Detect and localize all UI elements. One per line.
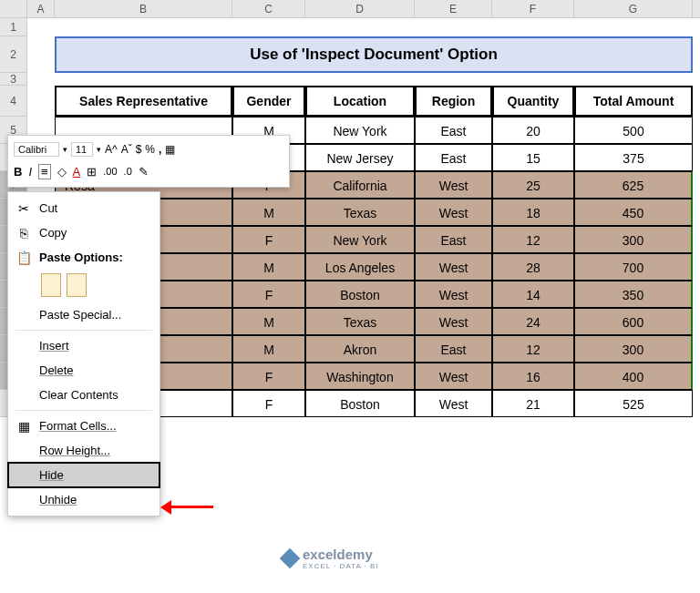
ctx-paste-special[interactable]: Paste Special... [8, 302, 160, 327]
col-e[interactable]: E [415, 0, 492, 17]
cell-location[interactable]: New York [305, 226, 415, 253]
font-size[interactable]: 11 [71, 142, 93, 157]
ctx-insert[interactable]: Insert [8, 333, 160, 358]
ctx-clear[interactable]: Clear Contents [8, 383, 160, 407]
ctx-hide[interactable]: Hide [8, 463, 160, 487]
cell-gender[interactable]: F [232, 390, 305, 417]
col-a[interactable]: A [27, 0, 55, 17]
fill-color-icon[interactable]: ◇ [57, 165, 67, 179]
cell-gender[interactable]: M [232, 253, 305, 281]
italic-icon[interactable]: I [28, 165, 32, 179]
cell-qty[interactable]: 20 [492, 117, 574, 144]
cell-region[interactable]: West [415, 390, 492, 417]
format-painter-icon[interactable]: ✎ [139, 165, 149, 179]
cell-location[interactable]: Texas [305, 199, 415, 226]
logo: exceldemyEXCEL · DATA · BI [283, 547, 379, 570]
paste-option-2-icon[interactable] [67, 273, 87, 297]
cell-location[interactable]: Akron [305, 335, 415, 363]
font-color-icon[interactable]: A [73, 165, 81, 179]
cell-gender[interactable]: F [232, 363, 305, 390]
cell-total[interactable]: 700 [574, 253, 693, 281]
hdr-location: Location [305, 86, 415, 117]
row-1[interactable]: 1 [0, 18, 27, 36]
row-2[interactable]: 2 [0, 36, 27, 73]
borders-icon[interactable]: ⊞ [87, 165, 97, 179]
table-icon[interactable]: ▦ [165, 143, 175, 156]
cell-qty[interactable]: 12 [492, 226, 574, 253]
cell-gender[interactable]: M [232, 308, 305, 335]
col-f[interactable]: F [492, 0, 574, 17]
cell-location[interactable]: Boston [305, 281, 415, 308]
row-3[interactable]: 3 [0, 73, 27, 86]
ctx-copy[interactable]: ⎘Copy [8, 220, 160, 245]
col-g[interactable]: G [574, 0, 693, 17]
cell-total[interactable]: 400 [574, 363, 693, 390]
cell-qty[interactable]: 12 [492, 335, 574, 363]
percent-icon[interactable]: % [145, 143, 155, 156]
logo-icon [280, 548, 301, 569]
col-c[interactable]: C [232, 0, 305, 17]
col-corner[interactable] [0, 0, 27, 17]
cell-location[interactable]: Washington [305, 363, 415, 390]
cell-total[interactable]: 600 [574, 308, 693, 335]
cell-region[interactable]: West [415, 308, 492, 335]
cell-total[interactable]: 450 [574, 199, 693, 226]
col-d[interactable]: D [305, 0, 415, 17]
cell-total[interactable]: 300 [574, 335, 693, 363]
cell-region[interactable]: East [415, 335, 492, 363]
col-b[interactable]: B [55, 0, 232, 17]
cell-total[interactable]: 625 [574, 171, 693, 199]
cell-qty[interactable]: 28 [492, 253, 574, 281]
ctx-cut[interactable]: ✂Cut [8, 196, 160, 220]
cell-region[interactable]: West [415, 199, 492, 226]
cell-region[interactable]: East [415, 226, 492, 253]
increase-decimal-icon[interactable]: .0 [124, 166, 132, 177]
bold-icon[interactable]: B [14, 165, 22, 179]
cell-qty[interactable]: 14 [492, 281, 574, 308]
cell-location[interactable]: California [305, 171, 415, 199]
cell-region[interactable]: West [415, 171, 492, 199]
cell-gender[interactable]: F [232, 226, 305, 253]
cell-total[interactable]: 375 [574, 144, 693, 171]
format-icon: ▦ [15, 419, 32, 434]
ctx-row-height[interactable]: Row Height... [8, 438, 160, 463]
cell-region[interactable]: West [415, 281, 492, 308]
comma-icon[interactable]: , [159, 143, 161, 156]
paste-option-1-icon[interactable] [41, 273, 61, 297]
cell-gender[interactable]: M [232, 199, 305, 226]
cell-qty[interactable]: 18 [492, 199, 574, 226]
cell-gender[interactable]: F [232, 281, 305, 308]
cell-gender[interactable]: M [232, 335, 305, 363]
cell-region[interactable]: East [415, 144, 492, 171]
mini-toolbar[interactable]: Calibri▾ 11▾ A^ Aˇ $ % , ▦ B I ≡ ◇ A ⊞ .… [7, 135, 290, 188]
ctx-delete[interactable]: Delete [8, 358, 160, 383]
accounting-icon[interactable]: $ [136, 143, 142, 156]
increase-font-icon[interactable]: A^ [105, 143, 118, 156]
cell-qty[interactable]: 25 [492, 171, 574, 199]
cell-qty[interactable]: 15 [492, 144, 574, 171]
cell-total[interactable]: 300 [574, 226, 693, 253]
cell-total[interactable]: 350 [574, 281, 693, 308]
ctx-format-cells[interactable]: ▦Format Cells... [8, 414, 160, 438]
cell-total[interactable]: 500 [574, 117, 693, 144]
cell-qty[interactable]: 24 [492, 308, 574, 335]
cell-total[interactable]: 525 [574, 390, 693, 417]
row-4[interactable]: 4 [0, 86, 27, 117]
cell-qty[interactable]: 16 [492, 363, 574, 390]
cell-location[interactable]: New York [305, 117, 415, 144]
decrease-decimal-icon[interactable]: .00 [103, 166, 117, 177]
cell-location[interactable]: Los Angeles [305, 253, 415, 281]
cell-region[interactable]: West [415, 253, 492, 281]
page-title: Use of 'Inspect Document' Option [55, 36, 693, 73]
decrease-font-icon[interactable]: Aˇ [121, 143, 132, 156]
cell-location[interactable]: Texas [305, 308, 415, 335]
cell-location[interactable]: New Jersey [305, 144, 415, 171]
cell-region[interactable]: East [415, 117, 492, 144]
cell-location[interactable]: Boston [305, 390, 415, 417]
ctx-unhide[interactable]: Unhide [8, 487, 160, 512]
align-icon[interactable]: ≡ [38, 164, 51, 179]
hdr-region: Region [415, 86, 492, 117]
cell-region[interactable]: West [415, 363, 492, 390]
font-name[interactable]: Calibri [14, 142, 59, 157]
cell-qty[interactable]: 21 [492, 390, 574, 417]
